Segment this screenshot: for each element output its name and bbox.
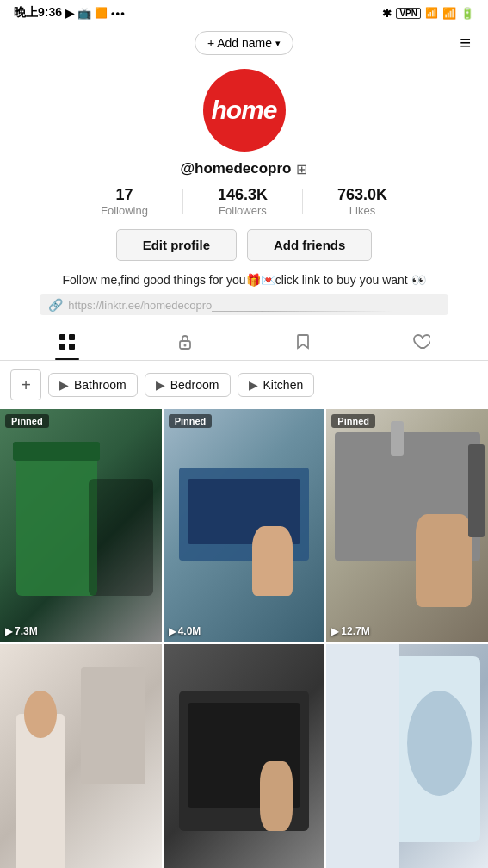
following-count: 17 <box>115 186 133 204</box>
vpn-label: VPN <box>396 8 421 19</box>
username: @homedecopro <box>181 160 292 177</box>
cast-icon: 📺 <box>77 7 91 20</box>
video-grid: Pinned ▶ 7.3M Pinned ▶ 4.0M Pi <box>0 409 488 868</box>
add-friends-button[interactable]: Add friends <box>247 229 372 261</box>
likes-label: Likes <box>349 204 375 217</box>
play-collection-icon-2: ▶ <box>156 378 165 392</box>
play-icon-2: ▶ <box>169 626 176 637</box>
stats-row: 17 Following 146.3K Followers 763.0K Lik… <box>101 186 387 217</box>
pinned-badge-2: Pinned <box>169 414 213 428</box>
likes-count: 763.0K <box>337 186 387 204</box>
svg-rect-2 <box>59 344 65 350</box>
heart-icon <box>411 332 430 351</box>
followers-count: 146.3K <box>218 186 268 204</box>
play-count-2: ▶ 4.0M <box>169 625 201 637</box>
collection-bathroom-label: Bathroom <box>74 378 127 392</box>
followers-label: Followers <box>219 204 267 217</box>
chevron-down-icon: ▾ <box>275 38 281 49</box>
bio-link-text: https://linktr.ee/homedecopro___________… <box>68 299 392 312</box>
tab-collections[interactable] <box>244 324 362 360</box>
svg-rect-0 <box>59 334 65 340</box>
avatar-text: home <box>211 96 276 125</box>
collection-kitchen-label: Kitchen <box>263 378 304 392</box>
bio-text: Follow me,find good things for you🎁💌clic… <box>62 271 425 289</box>
collection-bathroom[interactable]: ▶ Bathroom <box>48 373 138 397</box>
play-icon-3: ▶ <box>331 626 338 637</box>
stat-following[interactable]: 17 Following <box>101 186 148 217</box>
stats-divider-2 <box>302 189 303 214</box>
profile-section: home @homedecopro ⊞ 17 Following 146.3K … <box>0 60 488 324</box>
tab-liked[interactable] <box>361 324 479 360</box>
signal-icon: 📶 <box>425 7 438 19</box>
play-icon-status: ▶ <box>65 7 74 20</box>
play-collection-icon: ▶ <box>59 378 69 392</box>
collection-kitchen[interactable]: ▶ Kitchen <box>238 373 315 397</box>
add-name-label: + Add name <box>207 36 272 50</box>
status-time: 晚上9:36 <box>14 5 62 21</box>
collections-row: + ▶ Bathroom ▶ Bedroom ▶ Kitchen <box>0 361 488 409</box>
username-row: @homedecopro ⊞ <box>181 160 308 177</box>
menu-button[interactable]: ≡ <box>460 32 471 54</box>
lock-icon <box>176 332 195 351</box>
stat-followers[interactable]: 146.3K Followers <box>218 186 268 217</box>
video-cell-2[interactable]: Pinned ▶ 4.0M <box>164 409 325 642</box>
header: + Add name ▾ ≡ <box>0 26 488 60</box>
dots-icon: ••• <box>111 7 126 20</box>
hamburger-icon: ≡ <box>460 32 471 53</box>
pinned-badge-1: Pinned <box>5 414 49 428</box>
play-count-3: ▶ 12.7M <box>331 625 369 637</box>
svg-rect-3 <box>69 344 75 350</box>
wifi-icon: 📶 <box>442 7 456 20</box>
avatar[interactable]: home <box>203 69 286 152</box>
qr-code-icon[interactable]: ⊞ <box>296 161 307 177</box>
video-cell-4[interactable] <box>0 644 162 868</box>
play-count-1: ▶ 7.3M <box>5 625 38 637</box>
link-icon: 🔗 <box>48 298 63 312</box>
pinned-badge-3: Pinned <box>331 414 375 428</box>
plus-icon: + <box>21 375 31 395</box>
collection-bedroom[interactable]: ▶ Bedroom <box>145 373 231 397</box>
status-bar: 晚上9:36 ▶ 📺 🟧 ••• ✱ VPN 📶 📶 🔋 <box>0 0 488 26</box>
collection-bedroom-label: Bedroom <box>170 378 219 392</box>
svg-point-5 <box>184 344 187 347</box>
bluetooth-icon: ✱ <box>382 7 392 20</box>
bookmark-icon <box>293 332 312 351</box>
video-cell-5[interactable] <box>164 644 325 868</box>
stats-divider-1 <box>182 189 183 214</box>
stat-likes[interactable]: 763.0K Likes <box>337 186 387 217</box>
play-icon-1: ▶ <box>5 626 12 637</box>
edit-profile-button[interactable]: Edit profile <box>116 229 237 261</box>
svg-rect-1 <box>69 334 75 340</box>
add-name-button[interactable]: + Add name ▾ <box>195 31 293 55</box>
following-label: Following <box>101 204 148 217</box>
status-left: 晚上9:36 ▶ 📺 🟧 ••• <box>14 5 126 21</box>
tab-private[interactable] <box>127 324 244 360</box>
alert-icon: 🟧 <box>95 7 108 19</box>
bio-link[interactable]: 🔗 https://linktr.ee/homedecopro_________… <box>40 294 448 315</box>
status-right: ✱ VPN 📶 📶 🔋 <box>382 7 474 20</box>
grid-icon <box>58 332 77 351</box>
battery-icon: 🔋 <box>460 7 474 20</box>
profile-tabs <box>0 324 488 361</box>
video-cell-6[interactable] <box>326 644 488 868</box>
play-collection-icon-3: ▶ <box>249 378 258 392</box>
action-buttons: Edit profile Add friends <box>116 229 373 261</box>
add-collection-button[interactable]: + <box>10 369 41 400</box>
tab-videos[interactable] <box>9 324 127 360</box>
video-cell-1[interactable]: Pinned ▶ 7.3M <box>0 409 162 642</box>
video-cell-3[interactable]: Pinned ▶ 12.7M <box>326 409 488 642</box>
